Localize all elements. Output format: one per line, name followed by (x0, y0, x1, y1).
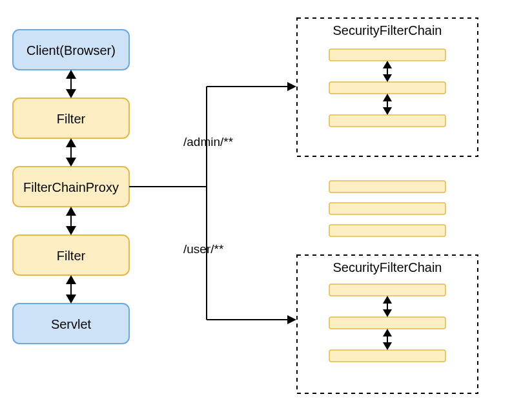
svg-marker-7 (66, 89, 76, 98)
svg-marker-26 (383, 61, 392, 68)
svg-marker-29 (383, 94, 392, 101)
filter-bottom-label: Filter (57, 249, 86, 263)
chain-bottom-filter-1 (329, 284, 445, 296)
svg-marker-27 (383, 74, 392, 82)
svg-marker-36 (383, 329, 392, 336)
route-user-label: /user/** (183, 242, 224, 256)
servlet-label: Servlet (51, 317, 92, 331)
svg-marker-6 (66, 70, 76, 79)
arrow-filter-servlet (66, 275, 76, 304)
chain-top-arrow-1 (383, 61, 392, 82)
client-node: Client(Browser) (13, 30, 129, 70)
filter-bottom-node: Filter (13, 235, 129, 275)
svg-marker-20 (287, 82, 296, 91)
chain-ellipsis (329, 181, 445, 236)
servlet-node: Servlet (13, 304, 129, 344)
arrow-filter-proxy (66, 138, 76, 167)
chain-top: SecurityFilterChain (297, 18, 478, 156)
chain-top-title: SecurityFilterChain (333, 23, 442, 37)
chain-bottom-arrow-2 (383, 329, 392, 350)
ellipsis-filter-3 (329, 225, 445, 236)
svg-marker-15 (66, 275, 76, 284)
ellipsis-filter-2 (329, 203, 445, 214)
client-label: Client(Browser) (26, 43, 116, 57)
chain-top-filter-1 (329, 49, 445, 61)
arrow-client-filter (66, 70, 76, 98)
filter-top-label: Filter (57, 112, 86, 126)
proxy-node: FilterChainProxy (13, 167, 129, 207)
svg-marker-23 (287, 315, 296, 324)
ellipsis-filter-1 (329, 181, 445, 192)
svg-marker-10 (66, 158, 76, 167)
arrow-proxy-filter (66, 207, 76, 235)
svg-marker-13 (66, 226, 76, 235)
chain-bottom-arrow-1 (383, 296, 392, 317)
svg-marker-16 (66, 294, 76, 304)
proxy-label: FilterChainProxy (23, 180, 119, 194)
chain-bottom: SecurityFilterChain (297, 255, 478, 393)
chain-top-filter-2 (329, 82, 445, 94)
svg-marker-12 (66, 207, 76, 216)
chain-top-arrow-2 (383, 94, 392, 115)
route-admin-label: /admin/** (183, 135, 234, 149)
filter-top-node: Filter (13, 98, 129, 138)
diagram: Client(Browser) Filter FilterChainProxy … (0, 0, 532, 403)
branches: /admin/** /user/** (129, 82, 296, 324)
svg-marker-33 (383, 296, 392, 304)
svg-marker-34 (383, 309, 392, 317)
svg-marker-9 (66, 138, 76, 147)
chain-bottom-filter-2 (329, 317, 445, 329)
chain-top-filter-3 (329, 115, 445, 127)
chain-bottom-filter-3 (329, 350, 445, 362)
svg-marker-30 (383, 107, 392, 115)
chain-bottom-title: SecurityFilterChain (333, 260, 442, 274)
left-stack: Client(Browser) Filter FilterChainProxy … (13, 30, 129, 344)
svg-marker-37 (383, 342, 392, 350)
